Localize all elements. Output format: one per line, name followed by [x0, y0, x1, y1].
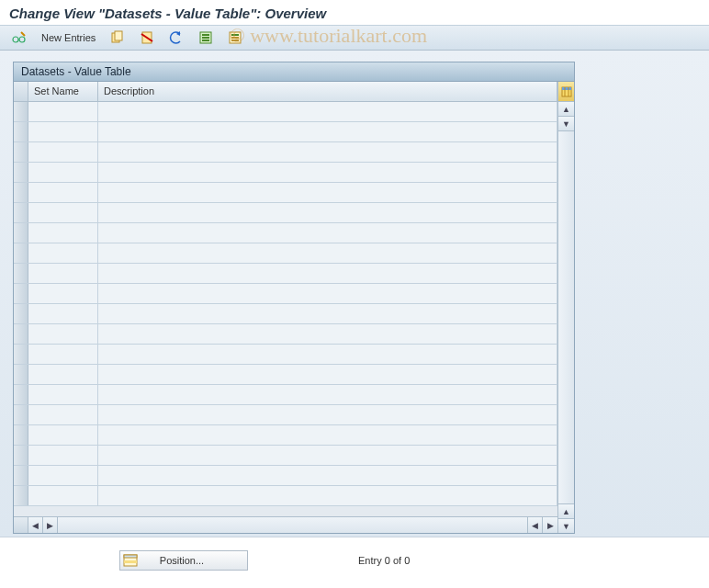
row-handle[interactable] [14, 163, 28, 182]
scroll-down-line-icon[interactable]: ▲ [558, 503, 574, 518]
cell-setname[interactable] [28, 142, 98, 162]
row-handle[interactable] [14, 405, 28, 424]
row-handle[interactable] [14, 345, 28, 364]
row-handle[interactable] [14, 284, 28, 303]
copy-as-button[interactable] [106, 28, 129, 47]
table-row[interactable] [14, 486, 557, 506]
table-settings-button[interactable] [558, 82, 574, 102]
cell-description[interactable] [98, 284, 557, 303]
table-row[interactable] [14, 324, 557, 345]
scroll-right-icon[interactable]: ◀ [528, 517, 543, 533]
cell-description[interactable] [98, 264, 557, 283]
cell-description[interactable] [98, 345, 557, 364]
cell-description[interactable] [98, 243, 557, 263]
cell-setname[interactable] [28, 102, 98, 121]
cell-setname[interactable] [28, 223, 98, 243]
cell-description[interactable] [98, 365, 557, 384]
scroll-left-first-icon[interactable]: ◀ [28, 517, 43, 533]
cell-description[interactable] [98, 405, 557, 424]
cell-setname[interactable] [28, 425, 98, 445]
row-handle[interactable] [14, 324, 28, 344]
undo-button[interactable] [164, 28, 188, 47]
cell-description[interactable] [98, 446, 557, 465]
table-row[interactable] [14, 466, 557, 486]
table-row[interactable] [14, 163, 557, 183]
row-handle[interactable] [14, 183, 28, 202]
vscroll-track[interactable] [558, 131, 574, 503]
cell-setname[interactable] [28, 243, 98, 263]
cell-setname[interactable] [28, 345, 98, 364]
row-selector-header[interactable] [14, 82, 28, 101]
table-row[interactable] [14, 425, 557, 446]
row-handle[interactable] [14, 385, 28, 404]
cell-description[interactable] [98, 324, 557, 344]
table-row[interactable] [14, 304, 557, 324]
cell-setname[interactable] [28, 183, 98, 202]
scroll-left-icon[interactable]: ▶ [43, 517, 58, 533]
scroll-up-line-icon[interactable]: ▼ [558, 117, 574, 131]
row-handle[interactable] [14, 304, 28, 323]
cell-description[interactable] [98, 425, 557, 445]
cell-description[interactable] [98, 223, 557, 243]
scroll-up-icon[interactable]: ▲ [558, 102, 574, 117]
row-handle[interactable] [14, 365, 28, 384]
row-handle[interactable] [14, 486, 28, 505]
cell-setname[interactable] [28, 324, 98, 344]
deselect-all-button[interactable] [223, 28, 247, 47]
cell-description[interactable] [98, 466, 557, 485]
cell-description[interactable] [98, 183, 557, 202]
row-handle[interactable] [14, 466, 28, 485]
cell-setname[interactable] [28, 284, 98, 303]
cell-setname[interactable] [28, 405, 98, 424]
cell-setname[interactable] [28, 385, 98, 404]
table-row[interactable] [14, 223, 557, 243]
column-header-description[interactable]: Description [98, 82, 557, 101]
new-entries-button[interactable]: New Entries [37, 28, 100, 47]
table-row[interactable] [14, 446, 557, 466]
table-row[interactable] [14, 203, 557, 223]
position-button[interactable]: Position... [119, 550, 248, 571]
cell-setname[interactable] [28, 466, 98, 485]
cell-description[interactable] [98, 142, 557, 162]
row-handle[interactable] [14, 203, 28, 222]
table-row[interactable] [14, 284, 557, 304]
select-all-button[interactable] [194, 28, 218, 47]
toggle-display-button[interactable] [7, 28, 31, 47]
scroll-right-last-icon[interactable]: ▶ [543, 517, 557, 533]
row-handle[interactable] [14, 446, 28, 465]
cell-description[interactable] [98, 486, 557, 505]
row-handle[interactable] [14, 223, 28, 243]
row-handle[interactable] [14, 425, 28, 445]
row-handle[interactable] [14, 142, 28, 162]
cell-setname[interactable] [28, 122, 98, 141]
row-handle[interactable] [14, 243, 28, 263]
cell-setname[interactable] [28, 203, 98, 222]
table-row[interactable] [14, 345, 557, 365]
table-row[interactable] [14, 405, 557, 425]
cell-description[interactable] [98, 304, 557, 323]
row-handle[interactable] [14, 102, 28, 121]
table-row[interactable] [14, 385, 557, 405]
cell-description[interactable] [98, 122, 557, 141]
cell-description[interactable] [98, 102, 557, 121]
cell-description[interactable] [98, 163, 557, 182]
table-row[interactable] [14, 264, 557, 284]
table-row[interactable] [14, 102, 557, 122]
hscroll-track[interactable] [58, 517, 528, 533]
table-row[interactable] [14, 243, 557, 264]
cell-description[interactable] [98, 203, 557, 222]
cell-setname[interactable] [28, 304, 98, 323]
cell-setname[interactable] [28, 365, 98, 384]
row-handle[interactable] [14, 264, 28, 283]
cell-setname[interactable] [28, 486, 98, 505]
cell-setname[interactable] [28, 446, 98, 465]
column-header-setname[interactable]: Set Name [28, 82, 98, 101]
delete-button[interactable] [135, 28, 159, 47]
cell-setname[interactable] [28, 264, 98, 283]
table-row[interactable] [14, 122, 557, 142]
table-row[interactable] [14, 142, 557, 163]
scroll-down-icon[interactable]: ▼ [558, 518, 574, 533]
table-row[interactable] [14, 183, 557, 203]
cell-setname[interactable] [28, 163, 98, 182]
cell-description[interactable] [98, 385, 557, 404]
